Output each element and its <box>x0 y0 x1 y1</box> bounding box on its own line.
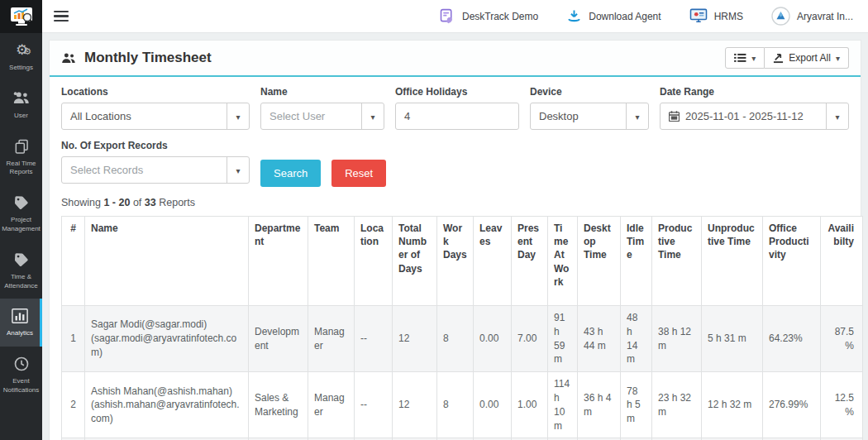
card-header: Monthly Timesheet Export All <box>50 41 861 77</box>
export-records-select[interactable]: Select Records <box>61 156 250 184</box>
table-header-row: #NameDepartmentTeamLocationTotal Number … <box>62 217 863 306</box>
monitor-icon <box>689 8 708 24</box>
results-total: 33 <box>145 197 156 208</box>
navbar-item-aryavrat-in[interactable]: Aryavrat In... <box>771 7 853 26</box>
navbar-item-download-agent[interactable]: Download Agent <box>566 8 661 24</box>
chevron-down-icon <box>635 110 639 122</box>
clock-icon <box>2 356 41 374</box>
sidebar-item-label: Project Management <box>2 216 41 234</box>
tag-icon <box>2 251 41 270</box>
office-holidays-input[interactable]: 4 <box>395 103 519 130</box>
export-all-button[interactable]: Export All <box>765 47 849 69</box>
device-select[interactable]: Desktop <box>530 103 649 130</box>
export-icon <box>773 53 784 64</box>
navbar-item-label: Download Agent <box>589 11 661 22</box>
column-header: Idle Time <box>621 217 652 306</box>
name-label: Name <box>260 86 384 98</box>
navbar-item-label: HRMS <box>714 11 743 22</box>
sidebar-item-settings[interactable]: ⚙⚙Settings <box>0 33 42 81</box>
locations-select[interactable]: All Locations <box>61 103 250 130</box>
column-header: Leaves <box>474 217 512 306</box>
timesheet-card: Monthly Timesheet Export All <box>49 40 861 440</box>
hamburger-menu-icon[interactable] <box>54 8 69 25</box>
column-header: Work Days <box>437 217 474 306</box>
cell-availability: 87.5% <box>821 305 863 371</box>
filter-name: Name Select User <box>260 86 384 130</box>
navbar-item-hrms[interactable]: HRMS <box>689 8 743 24</box>
column-header: # <box>62 217 85 306</box>
results-range: 1 - 20 <box>103 197 130 208</box>
chevron-down-icon <box>370 110 374 122</box>
timesheet-table-container: #NameDepartmentTeamLocationTotal Number … <box>61 216 849 440</box>
navbar-menu: DeskTrack DemoDownload AgentHRMSAryavrat… <box>438 7 868 26</box>
list-icon <box>734 53 746 63</box>
column-header: Productive Time <box>652 217 702 306</box>
sidebar-item-real-time-reports[interactable]: Real Time Reports <box>0 129 42 186</box>
cell-name: Sagar Modi(@sagar.modi)(sagar.modi@aryav… <box>85 305 249 371</box>
gears-icon: ⚙⚙ <box>2 42 41 60</box>
cell-time-at-work: 91 h 59 m <box>548 305 578 371</box>
cell-idle-time: 48 h 14 m <box>621 305 652 371</box>
export-records-label: No. Of Export Records <box>61 140 250 151</box>
desktrack-logo-icon <box>8 6 35 27</box>
cell-desktop-time: 36 h 4 m <box>578 372 621 438</box>
sidebar-item-event-notifications[interactable]: Event Notifications <box>0 347 42 404</box>
column-header: Time At Work <box>548 217 578 306</box>
navbar-item-label: Aryavrat In... <box>797 11 853 22</box>
page-title: Monthly Timesheet <box>61 50 212 66</box>
device-label: Device <box>530 86 649 98</box>
sidebar-item-label: Settings <box>2 64 41 73</box>
sidebar-item-label: Time & Attendance <box>2 273 41 291</box>
sidebar-item-time-attendance[interactable]: Time & Attendance <box>0 242 42 299</box>
cell-time-at-work: 114 h 10 m <box>548 372 578 438</box>
date-range-picker[interactable]: 2025-11-01 - 2025-11-12 <box>660 103 849 130</box>
main-content: Monthly Timesheet Export All <box>42 33 868 440</box>
chevron-down-icon <box>236 110 240 122</box>
cell-num: 1 <box>62 305 85 371</box>
sidebar-item-label: Event Notifications <box>2 377 41 395</box>
column-header: Present Day <box>512 217 548 306</box>
sidebar-nav: ⚙⚙SettingsUserReal Time ReportsProject M… <box>0 33 42 440</box>
column-header: Location <box>355 217 393 306</box>
user-email: (sagar.modi@aryavratinfotech.com) <box>91 332 242 360</box>
navbar-item-desktrack-demo[interactable]: DeskTrack Demo <box>438 7 538 25</box>
column-header: Office Productivity <box>763 217 821 306</box>
chevron-down-icon <box>236 164 240 176</box>
cell-name: Ashish Mahan(@ashish.mahan)(ashish.mahan… <box>85 372 249 438</box>
column-header: Name <box>85 217 249 306</box>
filter-export-records: No. Of Export Records Select Records <box>61 140 250 187</box>
page-title-text: Monthly Timesheet <box>84 50 212 66</box>
reset-button[interactable]: Reset <box>331 160 386 187</box>
sidebar-item-label: Real Time Reports <box>2 160 41 178</box>
cell-desktop-time: 43 h 44 m <box>578 305 621 371</box>
cell-office-productivity: 64.23% <box>763 305 821 371</box>
cell-department: Sales & Marketing <box>249 372 308 438</box>
filters-section: Locations All Locations Name Select User… <box>50 77 861 187</box>
navbar-item-label: DeskTrack Demo <box>462 11 538 22</box>
sidebar-item-label: User <box>2 112 41 121</box>
locations-label: Locations <box>61 86 250 98</box>
user-email: (ashish.mahan@aryavratinfotech.com) <box>91 398 242 426</box>
results-summary: Showing 1 - 20 of 33 Reports <box>61 197 849 208</box>
name-placeholder: Select User <box>261 110 361 122</box>
search-button[interactable]: Search <box>260 160 321 187</box>
column-header: Availibilty <box>821 217 863 306</box>
table-row: 1Sagar Modi(@sagar.modi)(sagar.modi@arya… <box>62 305 863 371</box>
app-logo[interactable] <box>0 0 42 33</box>
sidebar-item-user[interactable]: User <box>0 81 42 129</box>
sidebar-item-analytics[interactable]: Analytics <box>0 299 42 347</box>
cell-productive-time: 23 h 32 m <box>652 372 702 438</box>
column-settings-button[interactable] <box>725 47 765 69</box>
sidebar-item-project-management[interactable]: Project Management <box>0 185 42 242</box>
cell-total-days: 12 <box>393 305 437 371</box>
tag-icon <box>2 194 41 213</box>
users-icon <box>2 90 41 108</box>
user-name: Sagar Modi(@sagar.modi) <box>91 318 242 332</box>
office-holidays-label: Office Holidays <box>395 86 519 98</box>
name-select[interactable]: Select User <box>260 103 384 130</box>
cell-availability: 12.5% <box>821 372 863 438</box>
chevron-down-icon <box>751 52 756 64</box>
cell-office-productivity: 276.99% <box>763 372 821 438</box>
user-name: Ashish Mahan(@ashish.mahan) <box>91 385 242 399</box>
download-icon <box>566 8 582 24</box>
